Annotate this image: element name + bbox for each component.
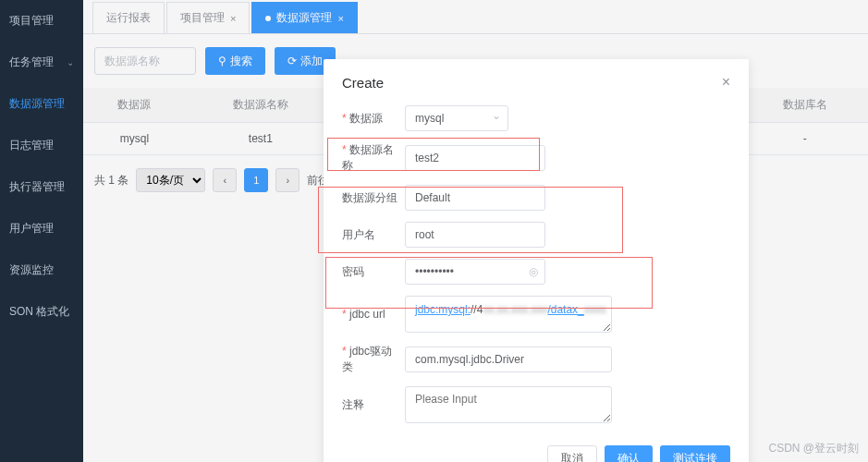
modal-title: Create (342, 75, 384, 91)
create-modal: Create × 数据源 mysql 数据源名称 数据源分组 用户名 密码 (324, 59, 749, 462)
group-input[interactable] (405, 185, 545, 211)
comment-textarea[interactable] (405, 386, 612, 423)
datasource-select[interactable]: mysql (405, 105, 508, 131)
driver-input[interactable] (405, 346, 612, 372)
label-driver: jdbc驱动类 (342, 344, 405, 375)
label-comment: 注释 (342, 397, 405, 413)
label-name: 数据源名称 (342, 142, 405, 174)
confirm-button[interactable]: 确认 (605, 445, 653, 462)
test-connection-button[interactable]: 测试连接 (660, 445, 730, 462)
label-datasource: 数据源 (342, 111, 405, 127)
password-input[interactable] (405, 259, 545, 285)
username-input[interactable] (405, 222, 545, 248)
close-icon[interactable]: × (722, 74, 730, 91)
label-jdbc: jdbc url (342, 308, 405, 321)
cancel-button[interactable]: 取消 (547, 445, 597, 462)
label-user: 用户名 (342, 227, 405, 243)
name-input[interactable] (405, 145, 545, 171)
label-password: 密码 (342, 264, 405, 280)
jdbc-url-input[interactable]: jdbc:mysql://4xx.xx.xxx.xxx/datax_xxxx (405, 296, 612, 333)
watermark: CSDN @登云时刻 (768, 441, 859, 456)
label-group: 数据源分组 (342, 190, 405, 206)
eye-icon[interactable]: ◎ (529, 265, 538, 278)
